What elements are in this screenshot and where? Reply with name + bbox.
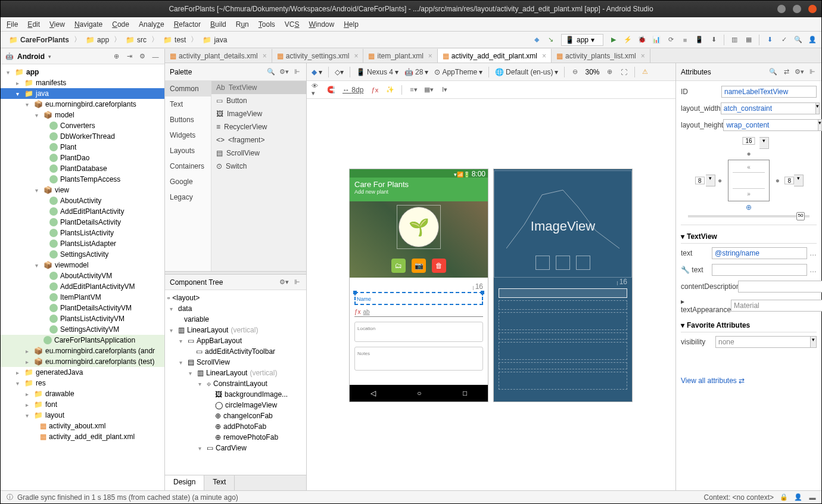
- tab-active[interactable]: ▦activity_add_edit_plant.xml×: [438, 49, 552, 63]
- search-icon[interactable]: 🔍: [794, 36, 802, 44]
- run-config-select[interactable]: 📱 app ▾: [561, 34, 603, 46]
- project-tree[interactable]: ▾📁 app ▸📁 manifests ▾📁 java ▾📦 eu.mornin…: [1, 64, 164, 490]
- orientation-select[interactable]: ◇▾: [335, 68, 344, 76]
- tab-close-icon[interactable]: ×: [263, 52, 267, 60]
- eye-icon[interactable]: 👁▾: [312, 86, 320, 94]
- gear-icon[interactable]: ⚙: [138, 52, 147, 61]
- gear-icon[interactable]: ⚙▾: [280, 278, 288, 287]
- gear-icon[interactable]: ⚙▾: [280, 68, 288, 76]
- gear-icon[interactable]: ⚙▾: [795, 68, 804, 76]
- avatar-icon[interactable]: 👤: [808, 36, 817, 44]
- menu-window[interactable]: Window: [309, 20, 334, 29]
- palette-item[interactable]: ▭Button: [211, 94, 306, 107]
- blueprint-preview[interactable]: ImageView | 16: [494, 169, 632, 402]
- zoom-fit-icon[interactable]: ⛶: [620, 68, 628, 76]
- attach-icon[interactable]: ⟳: [667, 36, 675, 44]
- palette-cat[interactable]: Google: [165, 174, 211, 189]
- menu-run[interactable]: Run: [236, 20, 249, 29]
- layout-width-input[interactable]: [721, 102, 816, 114]
- magnet-icon[interactable]: 🧲: [327, 86, 335, 94]
- crumb-src[interactable]: 📁 src: [122, 35, 150, 45]
- menu-build[interactable]: Build: [210, 20, 226, 29]
- collapse-icon[interactable]: ⇥: [125, 52, 133, 61]
- memory-icon[interactable]: ▬: [808, 493, 817, 502]
- margin-select[interactable]: ↔ 8dp: [342, 86, 363, 94]
- guidelines-icon[interactable]: Ⅰ▾: [440, 86, 449, 94]
- palette-cat[interactable]: Widgets: [165, 127, 211, 143]
- dropdown-icon[interactable]: ▾: [811, 336, 817, 348]
- more-icon[interactable]: …: [809, 249, 817, 257]
- menu-file[interactable]: File: [7, 20, 18, 29]
- api-select[interactable]: 🤖 28 ▾: [404, 68, 428, 76]
- align-icon[interactable]: ≡▾: [409, 86, 418, 94]
- hide-icon[interactable]: ⊩: [808, 68, 817, 76]
- surface-select[interactable]: ◆▾: [312, 68, 322, 76]
- debug-icon[interactable]: 🐞: [638, 36, 646, 44]
- palette-cat[interactable]: Legacy: [165, 189, 211, 205]
- structure-icon[interactable]: ▥: [730, 36, 739, 44]
- zoom-out-icon[interactable]: ⊖: [571, 68, 579, 76]
- more-icon[interactable]: …: [809, 266, 817, 274]
- tab-close-icon[interactable]: ×: [542, 52, 546, 60]
- menu-code[interactable]: Code: [112, 20, 129, 29]
- palette-cat[interactable]: Text: [165, 97, 211, 112]
- text-appearance-input[interactable]: [731, 300, 822, 312]
- hide-icon[interactable]: ⊩: [293, 68, 301, 76]
- process-icon[interactable]: 👤: [794, 493, 802, 502]
- tools-text-input[interactable]: [712, 264, 807, 276]
- info-icon[interactable]: ⓘ: [5, 493, 14, 502]
- palette-item[interactable]: AbTextView: [211, 81, 306, 94]
- name-label-selected[interactable]: Name: [354, 292, 483, 305]
- crumb-root[interactable]: 📁 CareForPlants: [5, 35, 73, 45]
- palette-item[interactable]: ▤ScrollView: [211, 147, 306, 160]
- layout-height-input[interactable]: [723, 119, 818, 131]
- lock-icon[interactable]: 🔒: [780, 493, 788, 502]
- bias-slider[interactable]: 50: [796, 212, 805, 220]
- git-update-icon[interactable]: ⬇: [765, 36, 774, 44]
- coverage-icon[interactable]: ▦: [745, 36, 753, 44]
- change-icon-fab[interactable]: 🗂: [391, 259, 406, 273]
- palette-item[interactable]: 🖼ImageView: [211, 107, 306, 120]
- maximize-icon[interactable]: [793, 5, 801, 13]
- menu-help[interactable]: Help: [344, 20, 359, 29]
- menu-refactor[interactable]: Refactor: [174, 20, 201, 29]
- menu-vcs[interactable]: VCS: [285, 20, 300, 29]
- tab[interactable]: ▦activity_plant_details.xml×: [165, 49, 272, 63]
- zoom-in-icon[interactable]: ⊕: [606, 68, 614, 76]
- dropdown-icon[interactable]: ▾: [816, 102, 820, 114]
- tab-close-icon[interactable]: ×: [354, 52, 358, 60]
- id-input[interactable]: [721, 86, 817, 98]
- text-tab[interactable]: Text: [204, 475, 235, 490]
- palette-cat[interactable]: Containers: [165, 158, 211, 174]
- clear-constraints-icon[interactable]: ƒx: [370, 86, 379, 94]
- text-input[interactable]: [712, 247, 807, 259]
- crumb-java[interactable]: 📁 java: [199, 35, 231, 45]
- swap-icon[interactable]: ⇄: [782, 68, 790, 76]
- sync-icon[interactable]: ◆: [533, 36, 541, 44]
- palette-item[interactable]: ⊙Switch: [211, 160, 306, 173]
- menu-edit[interactable]: Edit: [27, 20, 40, 29]
- menu-navigate[interactable]: Navigate: [74, 20, 102, 29]
- hammer-icon[interactable]: ↘: [547, 36, 555, 44]
- close-icon[interactable]: [808, 5, 817, 13]
- device-select[interactable]: 📱 Nexus 4 ▾: [356, 68, 398, 76]
- search-icon[interactable]: 🔍: [267, 68, 275, 76]
- menu-view[interactable]: View: [49, 20, 65, 29]
- profiler-icon[interactable]: 📊: [652, 36, 661, 44]
- tab[interactable]: ▦activity_plants_list.xml×: [552, 49, 650, 63]
- palette-cat[interactable]: Layouts: [165, 143, 211, 158]
- apply-changes-icon[interactable]: ⚡: [624, 36, 632, 44]
- warning-icon[interactable]: ⚠: [641, 68, 649, 76]
- project-view-select[interactable]: Android: [17, 52, 45, 61]
- add-photo-fab[interactable]: 📷: [412, 259, 426, 273]
- stop-icon[interactable]: ■: [681, 36, 689, 44]
- pack-icon[interactable]: ▦▾: [425, 86, 433, 94]
- content-desc-input[interactable]: [738, 281, 822, 293]
- menu-tools[interactable]: Tools: [259, 20, 275, 29]
- remove-photo-fab[interactable]: 🗑: [432, 259, 446, 273]
- wand-icon[interactable]: ✨: [386, 86, 394, 94]
- sdk-icon[interactable]: ⬇: [709, 36, 718, 44]
- palette-cat[interactable]: Common: [165, 81, 211, 97]
- palette-item[interactable]: <><fragment>: [211, 133, 306, 147]
- visibility-input[interactable]: [715, 336, 811, 348]
